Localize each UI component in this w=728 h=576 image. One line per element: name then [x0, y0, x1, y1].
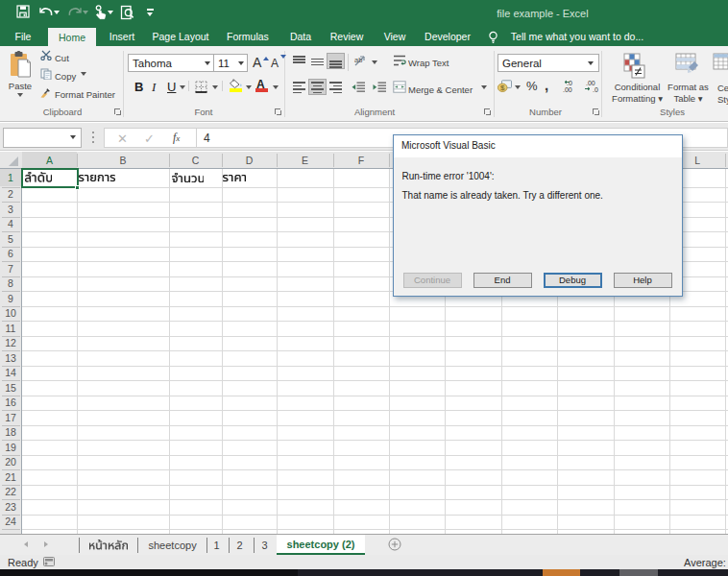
svg-text:.0: .0 [593, 86, 598, 93]
svg-text:ab: ab [354, 56, 362, 64]
svg-text:$: $ [500, 84, 505, 92]
svg-text:.00: .00 [563, 86, 572, 93]
